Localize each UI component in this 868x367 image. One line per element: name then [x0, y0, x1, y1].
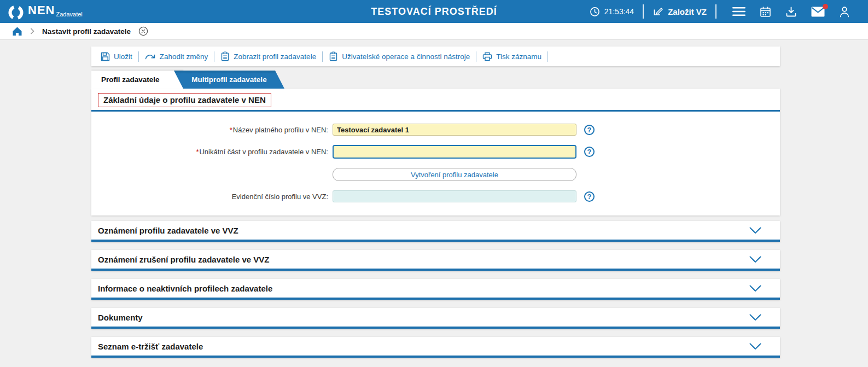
panel-title: Základní údaje o profilu zadavatele v NE…	[98, 93, 271, 107]
chevron-down-icon	[749, 343, 761, 350]
show-profile-button[interactable]: Zobrazit profil zadavatele	[214, 51, 322, 61]
section-oznameni-profilu[interactable]: Oznámení profilu zadavatele ve VVZ	[91, 221, 780, 242]
nen-logo[interactable]: NEN Zadavatel	[0, 2, 83, 21]
help-icon[interactable]: ?	[584, 147, 595, 157]
clock: 21:53:44	[590, 7, 634, 17]
section-title: Seznam e-tržišť zadavatele	[98, 342, 203, 351]
breadcrumb-current: Nastavit profil zadavatele	[42, 27, 131, 36]
section-dokumenty[interactable]: Dokumenty	[91, 308, 780, 329]
close-icon	[138, 26, 148, 36]
section-oznameni-zruseni[interactable]: Oznámení zrušení profilu zadavatele ve V…	[91, 250, 780, 271]
logo-text: NEN	[28, 2, 55, 19]
profile-name-input[interactable]	[333, 124, 576, 136]
section-title: Dokumenty	[98, 313, 143, 322]
section-title: Oznámení profilu zadavatele ve VVZ	[98, 226, 238, 235]
section-title: Informace o neaktivních profilech zadava…	[98, 284, 272, 293]
section-neaktivni-profily[interactable]: Informace o neaktivních profilech zadava…	[91, 279, 780, 300]
chevron-right-icon	[30, 28, 34, 34]
calendar-icon	[760, 6, 771, 18]
home-button[interactable]	[12, 26, 22, 36]
profile-name-label: *Název platného profilu v NEN:	[91, 126, 328, 134]
form-row-unique-part: *Unikátní část v profilu zadavatele v NE…	[91, 145, 780, 159]
save-icon	[101, 52, 110, 61]
edit-icon	[653, 6, 663, 17]
required-marker: *	[230, 126, 232, 134]
discard-changes-button[interactable]: Zahodit změny	[139, 52, 214, 61]
show-profile-label: Zobrazit profil zadavatele	[234, 53, 316, 61]
menu-button[interactable]	[732, 7, 745, 16]
top-header: NEN Zadavatel TESTOVACÍ PROSTŘEDÍ 21:53:…	[0, 0, 868, 23]
clock-time: 21:53:44	[604, 7, 634, 16]
toolbar-divider	[547, 51, 548, 62]
chevron-down-icon	[749, 314, 761, 321]
discard-label: Zahodit změny	[160, 53, 208, 61]
help-icon[interactable]: ?	[584, 125, 595, 135]
user-operations-label: Uživatelské operace a činnosti nástroje	[342, 53, 470, 61]
unread-badge	[823, 4, 828, 9]
messages-button[interactable]	[811, 7, 825, 17]
user-operations-button[interactable]: Uživatelské operace a činnosti nástroje	[323, 51, 476, 61]
create-vz-button[interactable]: Založit VZ	[653, 6, 707, 17]
chevron-down-icon	[749, 256, 761, 263]
section-title: Oznámení zrušení profilu zadavatele ve V…	[98, 255, 269, 264]
unique-part-label: *Unikátní část v profilu zadavatele v NE…	[91, 148, 328, 156]
evidence-number-label: Evidenční číslo profilu ve VVZ:	[91, 193, 328, 201]
record-toolbar: Uložit Zahodit změny Zobrazit profil zad…	[91, 46, 780, 66]
calendar-button[interactable]	[760, 6, 771, 18]
panel-header: Základní údaje o profilu zadavatele v NE…	[91, 89, 780, 110]
header-divider	[715, 4, 716, 19]
save-label: Uložit	[114, 53, 132, 61]
clipboard-icon	[220, 51, 230, 61]
tab-profil-zadavatele[interactable]: Profil zadavatele	[91, 71, 183, 89]
panel-underline	[91, 110, 780, 112]
main-content: Uložit Zahodit změny Zobrazit profil zad…	[0, 46, 868, 358]
chevron-down-icon	[749, 285, 761, 292]
breadcrumb: Nastavit profil zadavatele	[0, 23, 868, 40]
print-record-button[interactable]: Tisk záznamu	[476, 52, 547, 61]
nen-logo-icon	[8, 4, 24, 21]
download-icon	[785, 6, 797, 18]
create-vz-label: Založit VZ	[668, 7, 707, 16]
profile-tabs: Profil zadavatele Multiprofil zadavatele	[91, 71, 780, 89]
create-profile-button[interactable]: Vytvoření profilu zadavatele	[333, 168, 576, 181]
logo-subtitle: Zadavatel	[56, 11, 82, 18]
close-tab-button[interactable]	[138, 26, 148, 36]
tab-multiprofil-zadavatele[interactable]: Multiprofil zadavatele	[174, 71, 284, 89]
home-icon	[12, 26, 22, 36]
header-divider	[643, 4, 644, 19]
unique-part-input[interactable]	[333, 145, 576, 159]
print-record-label: Tisk záznamu	[496, 53, 541, 61]
clipboard-icon	[329, 51, 338, 61]
person-icon	[839, 6, 850, 18]
evidence-number-input	[333, 190, 576, 202]
help-icon[interactable]: ?	[584, 191, 595, 202]
form-row-evidence-number: Evidenční číslo profilu ve VVZ: ?	[91, 190, 780, 202]
download-button[interactable]	[785, 6, 797, 18]
form-row-create-button: Vytvoření profilu zadavatele	[91, 168, 780, 181]
hamburger-icon	[732, 7, 745, 16]
header-actions: 21:53:44 Založit VZ	[590, 4, 868, 19]
form-row-profile-name: *Název platného profilu v NEN: ?	[91, 124, 780, 136]
discard-icon	[145, 52, 156, 61]
clock-icon	[590, 7, 600, 17]
print-icon	[482, 52, 492, 61]
save-button[interactable]: Uložit	[95, 52, 138, 61]
section-seznam-etrzist[interactable]: Seznam e-tržišť zadavatele	[91, 337, 780, 358]
required-marker: *	[196, 148, 199, 156]
profile-button[interactable]	[839, 6, 850, 18]
chevron-down-icon	[749, 227, 761, 234]
basic-data-panel: Základní údaje o profilu zadavatele v NE…	[91, 89, 780, 215]
